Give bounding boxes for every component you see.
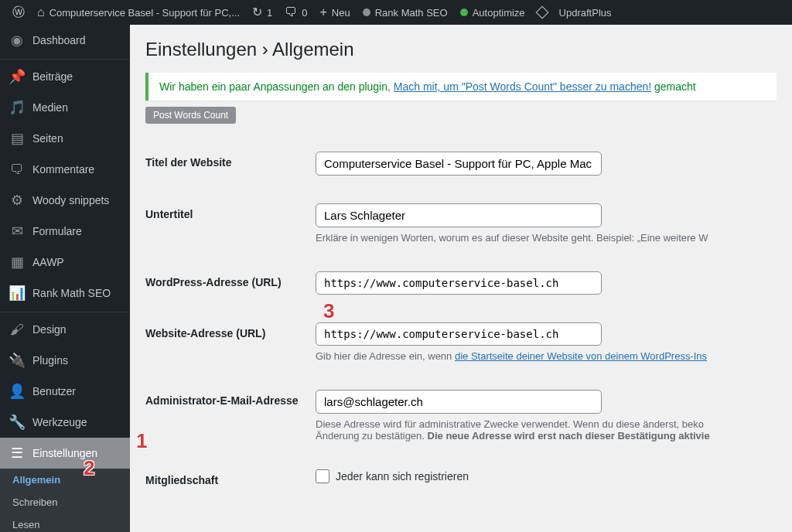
updraft-label: UpdraftPlus — [559, 7, 612, 19]
sidebar-item-comments[interactable]: 🗨Kommentare — [0, 154, 130, 185]
tagline-input[interactable] — [316, 203, 602, 227]
plugin-pill[interactable]: Post Words Count — [145, 107, 236, 124]
admin-bar: ⓦ ⌂ Computerservice Basel - Support für … — [0, 0, 792, 25]
notice-link[interactable]: Mach mit, um "Post Words Count" besser z… — [394, 80, 651, 93]
admin-email-desc: Diese Adresse wird für administrative Zw… — [316, 418, 777, 442]
sidebar-item-forms[interactable]: ✉Formulare — [0, 216, 130, 247]
wordpress-icon: ⓦ — [12, 6, 25, 19]
submenu-label: Schreiben — [12, 496, 58, 508]
admin-email-input[interactable] — [316, 390, 602, 414]
wpurl-input[interactable] — [316, 271, 602, 295]
rankmath-label: Rank Math SEO — [375, 7, 448, 19]
sidebar-item-label: Formulare — [32, 225, 82, 237]
submenu-general[interactable]: Allgemein — [0, 469, 130, 491]
admin-sidebar: ◉Dashboard 📌Beiträge 🎵Medien ▤Seiten 🗨Ko… — [0, 25, 130, 532]
siteurl-desc-link[interactable]: die Startseite deiner Website von deinem… — [455, 350, 707, 362]
comments-count: 0 — [302, 7, 307, 19]
tagline-desc: Erkläre in wenigen Worten, worum es auf … — [316, 232, 777, 244]
sidebar-item-label: Woody snippets — [32, 194, 109, 206]
media-icon: 🎵 — [9, 100, 25, 115]
sidebar-item-label: Einstellungen — [32, 447, 97, 459]
membership-checkbox-label: Jeder kann sich registrieren — [336, 470, 469, 483]
tagline-label: Untertitel — [145, 189, 316, 257]
siteurl-desc: Gib hier die Adresse ein, wenn die Start… — [316, 350, 777, 362]
sidebar-item-plugins[interactable]: 🔌Plugins — [0, 345, 130, 376]
sidebar-item-settings[interactable]: ☰Einstellungen — [0, 438, 130, 469]
comments-link[interactable]: 🗨 0 — [278, 0, 313, 25]
siteurl-label: Website-Adresse (URL) — [145, 309, 316, 376]
sliders-icon: ☰ — [9, 445, 25, 461]
wp-logo[interactable]: ⓦ — [6, 0, 31, 25]
mail-icon: ✉ — [9, 223, 25, 239]
user-icon: 👤 — [9, 384, 25, 399]
diamond-link[interactable] — [531, 0, 553, 25]
updates-count: 1 — [267, 7, 272, 19]
sidebar-item-appearance[interactable]: 🖌Design — [0, 312, 130, 345]
chart-icon: 📊 — [9, 285, 25, 301]
admin-email-label: Administrator-E-Mail-Adresse — [145, 376, 316, 455]
sidebar-item-tools[interactable]: 🔧Werkzeuge — [0, 407, 130, 438]
refresh-icon: ↻ — [252, 6, 262, 19]
settings-form: Titel der Website Untertitel Erkläre in … — [145, 138, 777, 505]
page-icon: ▤ — [9, 131, 25, 146]
green-dot-icon — [460, 9, 468, 16]
wrench-icon: 🔧 — [9, 414, 25, 430]
pin-icon: 📌 — [9, 69, 25, 84]
comment-icon: 🗨 — [9, 162, 25, 177]
sidebar-item-aawp[interactable]: ▦AAWP — [0, 247, 130, 278]
autoptimize-link[interactable]: Autoptimize — [454, 0, 531, 25]
sidebar-item-label: Kommentare — [32, 163, 94, 176]
sidebar-item-media[interactable]: 🎵Medien — [0, 92, 130, 123]
siteurl-input[interactable] — [316, 322, 602, 346]
sidebar-item-users[interactable]: 👤Benutzer — [0, 376, 130, 407]
submenu-writing[interactable]: Schreiben — [0, 491, 130, 513]
site-title-label: Titel der Website — [145, 138, 316, 189]
plug-icon: 🔌 — [9, 353, 25, 368]
membership-label: Mitgliedschaft — [145, 455, 316, 505]
autoptimize-label: Autoptimize — [473, 7, 525, 19]
sidebar-item-pages[interactable]: ▤Seiten — [0, 123, 130, 154]
gear-icon: ⚙ — [9, 193, 25, 208]
sidebar-item-label: Design — [32, 323, 67, 336]
site-title-input[interactable] — [316, 152, 602, 176]
new-content-link[interactable]: + Neu — [314, 0, 357, 25]
home-icon: ⌂ — [37, 6, 45, 19]
sidebar-item-rankmath[interactable]: 📊Rank Math SEO — [0, 278, 130, 309]
sidebar-item-dashboard[interactable]: ◉Dashboard — [0, 25, 130, 56]
sidebar-item-label: Rank Math SEO — [32, 287, 111, 299]
notice-suffix: gemacht — [651, 80, 696, 93]
sidebar-item-label: AAWP — [32, 256, 64, 268]
rankmath-link[interactable]: Rank Math SEO — [357, 0, 454, 25]
sidebar-item-label: Medien — [32, 101, 68, 114]
comment-icon: 🗨 — [285, 6, 297, 19]
dashboard-icon: ◉ — [9, 32, 25, 48]
sidebar-item-woody[interactable]: ⚙Woody snippets — [0, 185, 130, 216]
submenu-label: Allgemein — [12, 474, 60, 486]
sidebar-item-label: Benutzer — [32, 385, 76, 397]
diamond-icon — [535, 6, 548, 19]
brush-icon: 🖌 — [9, 322, 25, 337]
sidebar-item-label: Werkzeuge — [32, 416, 87, 428]
submenu-reading[interactable]: Lesen — [0, 513, 130, 532]
updraft-link[interactable]: UpdraftPlus — [553, 0, 618, 25]
sidebar-item-label: Seiten — [32, 132, 63, 145]
wpurl-label: WordPress-Adresse (URL) — [145, 257, 316, 309]
plus-icon: + — [320, 6, 327, 19]
sidebar-item-label: Beiträge — [32, 70, 73, 83]
sidebar-item-posts[interactable]: 📌Beiträge — [0, 59, 130, 92]
membership-row[interactable]: Jeder kann sich registrieren — [316, 469, 777, 483]
sidebar-item-label: Dashboard — [32, 34, 86, 46]
updates-link[interactable]: ↻ 1 — [246, 0, 278, 25]
membership-checkbox[interactable] — [316, 469, 329, 483]
settings-submenu: Allgemein Schreiben Lesen — [0, 469, 130, 532]
sidebar-item-label: Plugins — [32, 354, 68, 367]
notice-banner: Wir haben ein paar Anpassungen an den pl… — [145, 73, 777, 101]
site-name: Computerservice Basel - Support für PC,.… — [50, 7, 240, 19]
screen-icon: ▦ — [9, 254, 25, 270]
site-name-link[interactable]: ⌂ Computerservice Basel - Support für PC… — [31, 0, 246, 25]
notice-text: Wir haben ein paar Anpassungen an den pl… — [159, 80, 394, 93]
dot-icon — [363, 9, 370, 16]
page-title: Einstellungen › Allgemein — [145, 39, 777, 60]
main-content: Einstellungen › Allgemein Wir haben ein … — [130, 25, 792, 532]
new-label: Neu — [332, 7, 350, 19]
